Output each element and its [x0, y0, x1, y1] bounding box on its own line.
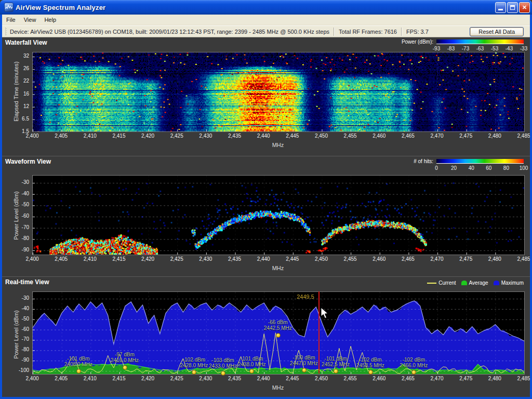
y-tick-label: -50: [3, 316, 29, 322]
x-tick-label: 2,470: [431, 376, 444, 381]
x-tick-label: 2,420: [141, 133, 154, 139]
app-window: AirView Spectrum Analyzer ✕ FileViewHelp…: [0, 0, 532, 399]
waveform-panel: Waveform View # of hits: 020406080100 Po…: [2, 156, 530, 276]
waveform-x-ticks: 2,4002,4052,4102,4152,4202,4252,4302,435…: [32, 256, 524, 262]
x-tick-label: 2,480: [488, 133, 501, 139]
frequency-cursor-line[interactable]: [318, 291, 320, 374]
x-tick-label: 2,415: [112, 376, 125, 381]
title-bar[interactable]: AirView Spectrum Analyzer ✕: [0, 0, 532, 15]
toolbar-grip[interactable]: [5, 28, 7, 35]
colorbar-tick-label: 60: [486, 165, 491, 171]
x-tick-label: 2,480: [488, 376, 501, 381]
maximum-swatch-icon: [494, 281, 499, 285]
x-tick-label: 2,445: [286, 256, 299, 262]
power-legend-label: Power (dBm):: [402, 39, 433, 45]
x-tick-label: 2,410: [84, 256, 97, 262]
app-icon: [4, 3, 14, 12]
x-tick-label: 2,400: [25, 376, 38, 381]
x-tick-label: 2,460: [373, 133, 385, 139]
y-tick-label: 22: [3, 78, 29, 84]
x-tick-label: 2,455: [344, 376, 357, 381]
hits-legend-ticks: 020406080100: [436, 165, 524, 171]
x-tick-label: 2,415: [112, 256, 125, 262]
colorbar-tick-label: 40: [469, 165, 474, 171]
peak-marker-label: -101 dBm2452.5 MHz: [322, 356, 350, 367]
peak-marker-dot[interactable]: [123, 365, 127, 370]
colorbar-tick-label: 0: [435, 165, 438, 171]
peak-marker-label: -103 dBm2433.0 MHz: [209, 357, 237, 369]
waterfall-x-axis-label: MHz: [272, 142, 284, 148]
status-bar: Device: AirView2 USB (0123456789) on COM…: [2, 25, 530, 37]
y-tick-label: 16: [3, 91, 29, 97]
minimize-button-icon[interactable]: [495, 2, 506, 13]
x-tick-label: 2,475: [459, 256, 472, 262]
x-tick-label: 2,450: [315, 376, 328, 381]
peak-marker-dot[interactable]: [276, 333, 281, 338]
colorbar-tick-label: -83: [447, 46, 455, 51]
x-tick-label: 2,485: [517, 256, 530, 262]
colorbar-tick-label: -93: [433, 46, 440, 51]
x-tick-label: 2,410: [84, 376, 97, 381]
hits-legend-label: # of hits:: [414, 158, 433, 164]
waterfall-panel: Waterfall View Power (dBm): -93-83-73-63…: [2, 37, 530, 156]
maximize-button-icon[interactable]: [507, 2, 518, 13]
peak-marker-label: -101 dBm2408.0 MHz: [64, 356, 92, 367]
cursor-frequency-label: 2449.5: [260, 294, 314, 300]
peak-marker-label: -102 dBm2466.0 MHz: [400, 357, 428, 368]
menu-bar: FileViewHelp: [2, 15, 530, 25]
mouse-cursor-icon: [321, 307, 332, 320]
menu-view[interactable]: View: [20, 15, 41, 24]
x-tick-label: 2,425: [170, 376, 183, 381]
x-tick-label: 2,480: [488, 256, 501, 262]
legend-item-maximum: Maximum: [494, 280, 524, 286]
x-tick-label: 2,470: [431, 256, 444, 262]
waterfall-x-ticks: 2,4002,4052,4102,4152,4202,4252,4302,435…: [32, 133, 524, 139]
peak-marker-dot[interactable]: [221, 371, 225, 376]
window-title: AirView Spectrum Analyzer: [16, 4, 494, 11]
x-tick-label: 2,485: [517, 133, 530, 139]
colorbar-tick-label: -33: [520, 46, 527, 51]
x-tick-label: 2,460: [373, 256, 385, 262]
reset-all-data-button[interactable]: Reset All Data: [470, 27, 524, 36]
waveform-plot[interactable]: [32, 175, 525, 255]
x-tick-label: 2,430: [199, 256, 212, 262]
device-info: Device: AirView2 USB (0123456789) on COM…: [10, 29, 329, 35]
menu-help[interactable]: Help: [40, 15, 60, 24]
y-tick-label: -50: [3, 202, 29, 207]
main-area: Waterfall View Power (dBm): -93-83-73-63…: [2, 37, 530, 397]
y-tick-label: -100: [3, 367, 29, 373]
x-tick-label: 2,470: [431, 133, 444, 139]
x-tick-label: 2,460: [373, 376, 385, 381]
x-tick-label: 2,455: [344, 256, 357, 262]
hits-colorbar: [436, 159, 524, 164]
x-tick-label: 2,430: [199, 376, 212, 381]
x-tick-label: 2,485: [517, 376, 530, 381]
y-tick-label: 32: [3, 53, 29, 59]
x-tick-label: 2,420: [141, 376, 154, 381]
menu-file[interactable]: File: [2, 15, 20, 24]
x-tick-label: 2,440: [257, 376, 270, 381]
power-legend-ticks: -93-83-73-63-53-43-33: [436, 46, 524, 51]
colorbar-tick-label: -63: [476, 46, 484, 51]
peak-marker-label: -102 dBm2428.0 MHz: [180, 357, 208, 368]
close-button-icon[interactable]: ✕: [519, 2, 530, 13]
x-tick-label: 2,405: [55, 376, 68, 381]
x-tick-label: 2,415: [112, 133, 125, 139]
x-tick-label: 2,400: [25, 133, 38, 139]
x-tick-label: 2,440: [257, 256, 270, 262]
realtime-legend: CurrentAverageMaximum: [427, 280, 524, 286]
peak-marker-label: -100 dBm2447.0 MHz: [290, 355, 318, 366]
y-tick-label: -80: [3, 347, 29, 352]
y-tick-label: 6.5: [3, 116, 29, 122]
y-tick-label: -70: [3, 224, 29, 230]
peak-marker-label: -102 dBm2458.5 MHz: [356, 357, 384, 368]
x-tick-label: 2,465: [402, 133, 415, 139]
peak-marker-label: -97 dBm2416.0 MHz: [111, 352, 139, 363]
hits-legend: # of hits:: [414, 158, 524, 164]
waterfall-plot[interactable]: [32, 52, 525, 132]
power-colorbar: [436, 39, 524, 44]
x-tick-label: 2,450: [315, 256, 328, 262]
y-tick-label: -60: [3, 326, 29, 332]
fps-value: FPS: 3.7: [406, 29, 429, 35]
x-tick-label: 2,475: [459, 133, 472, 139]
